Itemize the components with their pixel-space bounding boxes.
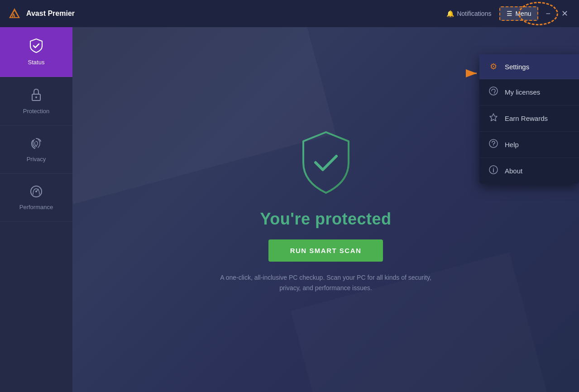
settings-icon: ⚙ [488,62,498,72]
dropdown-menu: ⚙ Settings My licenses [479,54,579,184]
speedometer-icon [29,185,43,200]
app-title: Avast Premier [26,10,75,18]
menu-item-about[interactable]: About [479,158,579,184]
svg-point-4 [35,96,37,98]
bell-icon: 🔔 [446,10,454,17]
menu-item-licenses[interactable]: My licenses [479,79,579,105]
help-icon [488,139,498,150]
sidebar-item-status[interactable]: Status [0,27,72,77]
title-bar-right: 🔔 Notifications ☰ Menu − ✕ [442,6,572,21]
status-content: You're protected RUN SMART SCAN A one-cl… [213,126,439,293]
arrow-indicator [464,67,480,80]
svg-point-15 [493,168,494,169]
protection-shield-icon [297,129,355,196]
sidebar-privacy-label: Privacy [27,156,46,163]
run-smart-scan-button[interactable]: RUN SMART SCAN [268,239,383,262]
menu-item-settings[interactable]: ⚙ Settings [479,54,579,79]
sidebar-status-label: Status [28,59,45,66]
menu-label: Menu [515,10,531,17]
notifications-label: Notifications [457,10,491,17]
menu-rewards-label: Earn Rewards [505,115,548,122]
svg-point-9 [494,93,495,94]
close-button[interactable]: ✕ [558,7,572,20]
sidebar-performance-label: Performance [19,204,53,210]
about-icon [488,165,498,177]
svg-point-7 [35,191,37,192]
protected-text: You're protected [260,210,392,229]
menu-item-help[interactable]: Help [479,132,579,158]
licenses-icon [488,86,498,98]
notifications-button[interactable]: 🔔 Notifications [442,7,496,20]
svg-text:A: A [12,13,15,18]
minimize-button[interactable]: − [542,7,554,20]
menu-button[interactable]: ☰ Menu [499,6,538,21]
sidebar-protection-label: Protection [23,108,50,115]
menu-licenses-label: My licenses [505,88,540,96]
fingerprint-icon [29,137,43,152]
arrow-icon [464,67,480,80]
svg-marker-10 [490,114,497,121]
avast-logo-icon: A [7,6,22,21]
title-bar-left: A Avast Premier [7,6,75,21]
sidebar-item-protection[interactable]: Protection [0,77,72,126]
menu-item-rewards[interactable]: Earn Rewards [479,105,579,132]
lock-icon [30,88,42,104]
svg-point-12 [493,145,494,146]
rewards-star-icon [488,113,498,124]
shield-wrap [294,126,358,199]
sidebar-item-performance[interactable]: Performance [0,174,72,222]
menu-settings-label: Settings [505,63,529,71]
menu-lines-icon: ☰ [507,10,512,17]
sidebar-item-privacy[interactable]: Privacy [0,126,72,174]
shield-check-icon [29,38,43,55]
menu-help-label: Help [505,141,519,148]
content-area: You're protected RUN SMART SCAN A one-cl… [72,27,579,392]
svg-point-8 [489,87,498,95]
main-layout: Status Protection [0,27,579,392]
scan-description: A one-click, all-inclusive PC checkup. S… [213,272,439,293]
menu-about-label: About [505,167,522,175]
sidebar: Status Protection [0,27,72,392]
title-bar: A Avast Premier 🔔 Notifications ☰ Menu −… [0,0,579,27]
svg-point-11 [489,139,498,148]
